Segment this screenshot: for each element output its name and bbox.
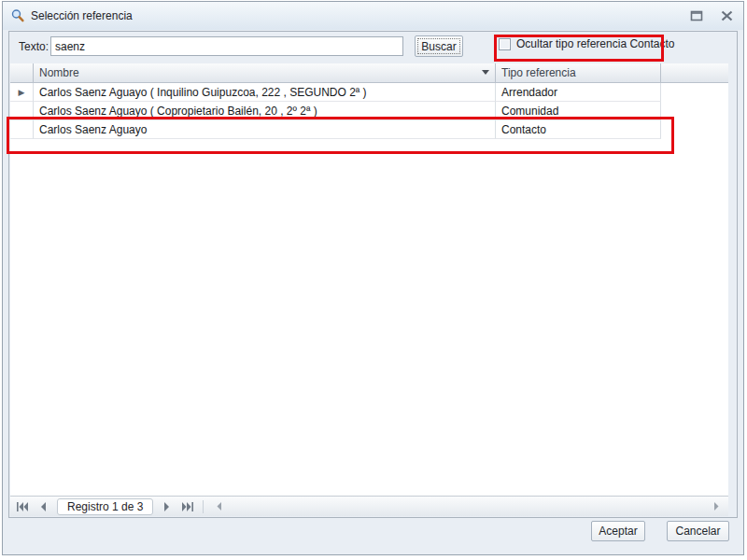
grid-empty-area [10, 139, 728, 496]
table-row[interactable]: ▶ Carlos Saenz Aguayo ( Inquilino Guipuz… [10, 83, 728, 102]
magnifier-icon [10, 8, 25, 23]
texto-label: Texto: [19, 40, 49, 53]
scroll-right-icon[interactable] [708, 499, 725, 514]
header-nombre[interactable]: Nombre [34, 63, 496, 83]
row-filler [661, 83, 728, 102]
hide-contact-checkbox-label: Ocultar tipo referencia Contacto [516, 37, 674, 50]
search-input[interactable] [50, 36, 403, 56]
cell-nombre[interactable]: Carlos Saenz Aguayo [34, 120, 496, 139]
row-selector [10, 102, 34, 120]
cell-tipo[interactable]: Comunidad [496, 102, 661, 120]
last-record-button[interactable] [179, 499, 196, 514]
cell-nombre[interactable]: Carlos Saenz Aguayo ( Inquilino Guipuzco… [34, 83, 496, 102]
aceptar-button[interactable]: Aceptar [591, 521, 645, 541]
titlebar: Selección referencia [3, 2, 743, 30]
previous-record-button[interactable] [35, 499, 51, 514]
header-tipo-referencia[interactable]: Tipo referencia [496, 63, 661, 83]
window-title: Selección referencia [31, 9, 133, 22]
dialog-window: Selección referencia Texto: Buscar [2, 1, 744, 555]
next-record-button[interactable] [159, 499, 176, 514]
grid-header-row: Nombre Tipo referencia [10, 63, 728, 83]
row-filler [661, 120, 728, 139]
header-tipo-label: Tipo referencia [501, 66, 576, 79]
cell-tipo[interactable]: Contacto [496, 120, 661, 139]
reference-grid: Nombre Tipo referencia ▶ Carlos Saenz Ag… [10, 63, 728, 516]
hide-contact-checkbox[interactable] [499, 38, 511, 50]
hide-contact-checkbox-group[interactable]: Ocultar tipo referencia Contacto [499, 37, 674, 50]
row-filler [661, 102, 728, 120]
restore-icon[interactable] [689, 9, 704, 22]
row-selector [10, 120, 34, 139]
buscar-button[interactable]: Buscar [415, 35, 463, 57]
table-row[interactable]: Carlos Saenz Aguayo ( Copropietario Bail… [10, 102, 728, 120]
header-nombre-label: Nombre [39, 66, 79, 79]
cell-nombre[interactable]: Carlos Saenz Aguayo ( Copropietario Bail… [34, 102, 496, 120]
header-filler [661, 63, 728, 83]
close-icon[interactable] [719, 9, 734, 22]
record-navigator: Registro 1 de 3 [10, 496, 728, 516]
chevron-down-icon[interactable] [482, 70, 489, 75]
cancelar-button[interactable]: Cancelar [667, 521, 729, 541]
first-record-button[interactable] [14, 499, 31, 514]
table-row[interactable]: Carlos Saenz Aguayo Contacto [10, 120, 728, 139]
scroll-left-icon[interactable] [210, 499, 227, 514]
content-panel: Texto: Buscar Ocultar tipo referencia Co… [8, 31, 738, 518]
row-indicator-icon: ▶ [10, 83, 34, 102]
header-row-selector [10, 63, 34, 83]
record-count-label: Registro 1 de 3 [57, 498, 153, 515]
pager-divider [203, 500, 204, 513]
search-toolbar: Texto: Buscar Ocultar tipo referencia Co… [9, 32, 737, 63]
cell-tipo[interactable]: Arrendador [496, 83, 661, 102]
